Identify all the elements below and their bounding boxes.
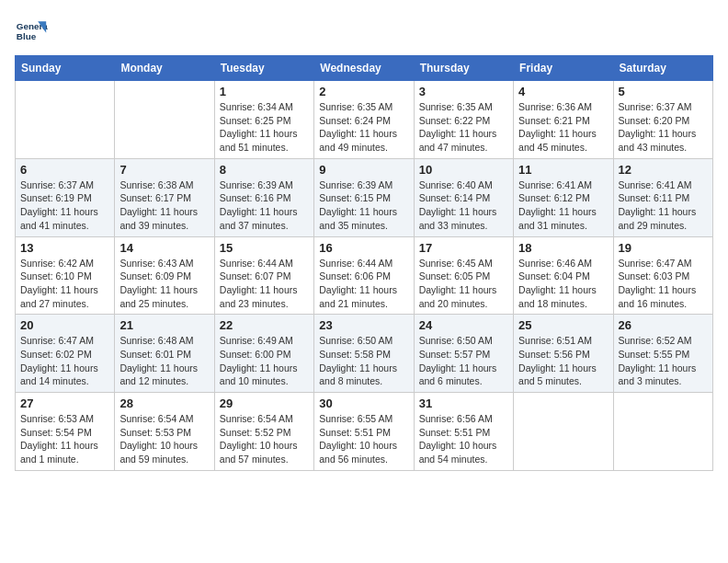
day-info: Sunrise: 6:49 AM Sunset: 6:00 PM Dayligh… [220, 334, 309, 388]
calendar-cell: 27Sunrise: 6:53 AM Sunset: 5:54 PM Dayli… [16, 393, 115, 471]
calendar-cell: 29Sunrise: 6:54 AM Sunset: 5:52 PM Dayli… [214, 393, 313, 471]
calendar-cell: 17Sunrise: 6:45 AM Sunset: 6:05 PM Dayli… [414, 236, 513, 315]
day-number: 2 [319, 85, 408, 98]
day-number: 19 [619, 241, 708, 255]
header: General Blue [15, 15, 713, 48]
day-info: Sunrise: 6:46 AM Sunset: 6:04 PM Dayligh… [518, 257, 608, 311]
calendar-cell: 23Sunrise: 6:50 AM Sunset: 5:58 PM Dayli… [314, 315, 414, 393]
column-header-friday: Friday [514, 56, 613, 81]
day-number: 31 [419, 396, 508, 410]
calendar-cell: 30Sunrise: 6:55 AM Sunset: 5:51 PM Dayli… [314, 393, 414, 471]
day-info: Sunrise: 6:50 AM Sunset: 5:57 PM Dayligh… [419, 334, 508, 388]
day-number: 22 [220, 318, 309, 332]
day-info: Sunrise: 6:47 AM Sunset: 6:03 PM Dayligh… [619, 257, 708, 311]
day-info: Sunrise: 6:47 AM Sunset: 6:02 PM Dayligh… [20, 334, 109, 388]
day-number: 9 [319, 163, 408, 177]
day-number: 26 [619, 318, 708, 332]
day-info: Sunrise: 6:34 AM Sunset: 6:25 PM Dayligh… [220, 100, 309, 155]
calendar-cell: 8Sunrise: 6:39 AM Sunset: 6:16 PM Daylig… [214, 158, 313, 236]
day-info: Sunrise: 6:53 AM Sunset: 5:54 PM Dayligh… [20, 412, 109, 466]
calendar-cell [115, 81, 214, 159]
day-info: Sunrise: 6:40 AM Sunset: 6:14 PM Dayligh… [419, 178, 508, 233]
day-number: 5 [619, 85, 708, 98]
day-number: 30 [319, 396, 408, 410]
day-number: 1 [220, 85, 309, 98]
calendar-cell: 4Sunrise: 6:36 AM Sunset: 6:21 PM Daylig… [514, 81, 613, 159]
day-info: Sunrise: 6:52 AM Sunset: 5:55 PM Dayligh… [619, 334, 708, 388]
calendar-cell: 16Sunrise: 6:44 AM Sunset: 6:06 PM Dayli… [314, 236, 414, 315]
calendar-cell: 10Sunrise: 6:40 AM Sunset: 6:14 PM Dayli… [414, 158, 513, 236]
calendar-cell: 28Sunrise: 6:54 AM Sunset: 5:53 PM Dayli… [115, 393, 214, 471]
calendar-cell: 19Sunrise: 6:47 AM Sunset: 6:03 PM Dayli… [613, 236, 712, 315]
day-info: Sunrise: 6:35 AM Sunset: 6:24 PM Dayligh… [319, 100, 408, 155]
day-number: 18 [518, 241, 608, 255]
day-info: Sunrise: 6:54 AM Sunset: 5:52 PM Dayligh… [220, 412, 309, 466]
day-number: 12 [619, 163, 708, 177]
day-number: 29 [220, 396, 309, 410]
calendar-cell: 3Sunrise: 6:35 AM Sunset: 6:22 PM Daylig… [414, 81, 513, 159]
calendar-cell [613, 393, 712, 471]
day-number: 14 [119, 241, 209, 255]
calendar-cell: 5Sunrise: 6:37 AM Sunset: 6:20 PM Daylig… [613, 81, 712, 159]
day-info: Sunrise: 6:45 AM Sunset: 6:05 PM Dayligh… [419, 257, 508, 311]
calendar-cell: 20Sunrise: 6:47 AM Sunset: 6:02 PM Dayli… [16, 315, 115, 393]
column-header-monday: Monday [115, 56, 214, 81]
calendar-week-row: 20Sunrise: 6:47 AM Sunset: 6:02 PM Dayli… [16, 315, 713, 393]
calendar-week-row: 27Sunrise: 6:53 AM Sunset: 5:54 PM Dayli… [16, 393, 713, 471]
calendar-cell: 31Sunrise: 6:56 AM Sunset: 5:51 PM Dayli… [414, 393, 513, 471]
day-number: 28 [119, 396, 209, 410]
day-info: Sunrise: 6:43 AM Sunset: 6:09 PM Dayligh… [119, 257, 209, 311]
day-number: 27 [20, 396, 109, 410]
day-number: 23 [319, 318, 408, 332]
day-number: 20 [20, 318, 109, 332]
calendar-cell: 25Sunrise: 6:51 AM Sunset: 5:56 PM Dayli… [514, 315, 613, 393]
generalblue-logo-icon: General Blue [15, 15, 48, 48]
svg-text:Blue: Blue [17, 31, 37, 41]
column-header-thursday: Thursday [414, 56, 513, 81]
day-info: Sunrise: 6:51 AM Sunset: 5:56 PM Dayligh… [518, 334, 608, 388]
day-number: 13 [20, 241, 109, 255]
day-info: Sunrise: 6:50 AM Sunset: 5:58 PM Dayligh… [319, 334, 408, 388]
calendar-cell [514, 393, 613, 471]
calendar-cell: 18Sunrise: 6:46 AM Sunset: 6:04 PM Dayli… [514, 236, 613, 315]
day-info: Sunrise: 6:44 AM Sunset: 6:06 PM Dayligh… [319, 257, 408, 311]
day-number: 6 [20, 163, 109, 177]
calendar-header-row: SundayMondayTuesdayWednesdayThursdayFrid… [16, 56, 713, 81]
calendar-cell: 1Sunrise: 6:34 AM Sunset: 6:25 PM Daylig… [214, 81, 313, 159]
day-number: 10 [419, 163, 508, 177]
calendar-cell: 6Sunrise: 6:37 AM Sunset: 6:19 PM Daylig… [16, 158, 115, 236]
day-number: 4 [518, 85, 608, 98]
calendar-week-row: 13Sunrise: 6:42 AM Sunset: 6:10 PM Dayli… [16, 236, 713, 315]
day-number: 8 [220, 163, 309, 177]
column-header-sunday: Sunday [16, 56, 115, 81]
day-number: 15 [220, 241, 309, 255]
day-info: Sunrise: 6:42 AM Sunset: 6:10 PM Dayligh… [20, 257, 109, 311]
calendar-table: SundayMondayTuesdayWednesdayThursdayFrid… [15, 55, 713, 471]
day-info: Sunrise: 6:39 AM Sunset: 6:16 PM Dayligh… [220, 178, 309, 233]
calendar-cell: 9Sunrise: 6:39 AM Sunset: 6:15 PM Daylig… [314, 158, 414, 236]
day-info: Sunrise: 6:35 AM Sunset: 6:22 PM Dayligh… [419, 100, 508, 155]
calendar-cell: 2Sunrise: 6:35 AM Sunset: 6:24 PM Daylig… [314, 81, 414, 159]
calendar-cell: 15Sunrise: 6:44 AM Sunset: 6:07 PM Dayli… [214, 236, 313, 315]
day-number: 3 [419, 85, 508, 98]
logo: General Blue [15, 15, 48, 48]
column-header-wednesday: Wednesday [314, 56, 414, 81]
day-info: Sunrise: 6:48 AM Sunset: 6:01 PM Dayligh… [119, 334, 209, 388]
calendar-cell [16, 81, 115, 159]
calendar-week-row: 1Sunrise: 6:34 AM Sunset: 6:25 PM Daylig… [16, 81, 713, 159]
day-info: Sunrise: 6:39 AM Sunset: 6:15 PM Dayligh… [319, 178, 408, 233]
day-number: 17 [419, 241, 508, 255]
day-info: Sunrise: 6:44 AM Sunset: 6:07 PM Dayligh… [220, 257, 309, 311]
calendar-cell: 26Sunrise: 6:52 AM Sunset: 5:55 PM Dayli… [613, 315, 712, 393]
day-info: Sunrise: 6:56 AM Sunset: 5:51 PM Dayligh… [419, 412, 508, 466]
day-number: 21 [119, 318, 209, 332]
day-number: 7 [119, 163, 209, 177]
day-number: 16 [319, 241, 408, 255]
day-info: Sunrise: 6:41 AM Sunset: 6:12 PM Dayligh… [518, 178, 608, 233]
day-number: 11 [518, 163, 608, 177]
calendar-cell: 7Sunrise: 6:38 AM Sunset: 6:17 PM Daylig… [115, 158, 214, 236]
day-info: Sunrise: 6:37 AM Sunset: 6:19 PM Dayligh… [20, 178, 109, 233]
day-info: Sunrise: 6:38 AM Sunset: 6:17 PM Dayligh… [119, 178, 209, 233]
day-info: Sunrise: 6:55 AM Sunset: 5:51 PM Dayligh… [319, 412, 408, 466]
calendar-cell: 21Sunrise: 6:48 AM Sunset: 6:01 PM Dayli… [115, 315, 214, 393]
